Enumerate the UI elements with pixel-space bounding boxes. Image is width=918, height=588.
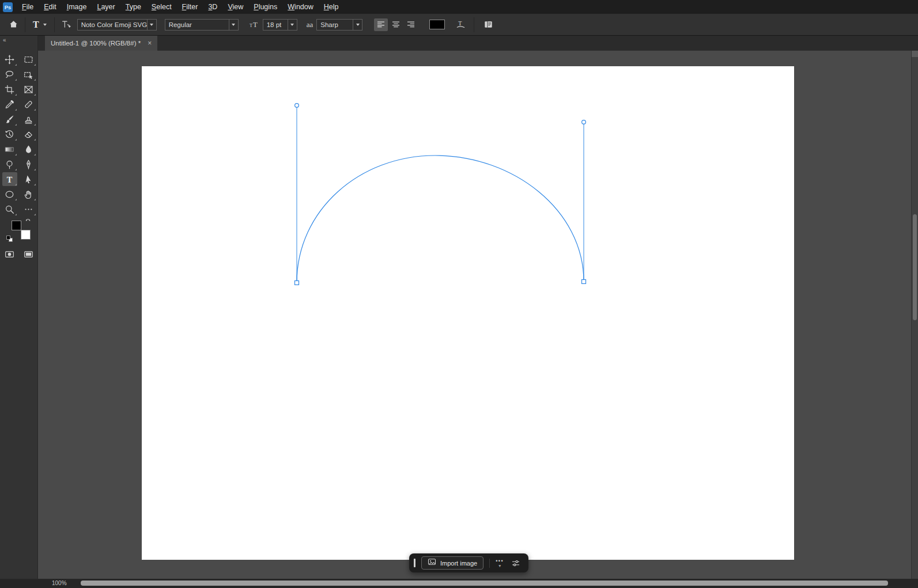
direction-handle-point[interactable] (295, 104, 299, 108)
tool-preset-picker[interactable]: T (29, 17, 50, 32)
hand-tool[interactable] (21, 187, 36, 201)
scrollbar-top-button[interactable] (912, 51, 918, 57)
svg-text:T: T (253, 21, 258, 29)
anti-alias-select[interactable]: Sharp (316, 19, 362, 31)
align-center-button[interactable] (389, 18, 403, 31)
font-style-value: Regular (165, 21, 229, 28)
screen-mode-button[interactable] (22, 248, 36, 260)
type-tool[interactable]: T (2, 172, 17, 186)
path-anchor-point[interactable] (295, 281, 299, 285)
blur-tool[interactable] (21, 142, 36, 156)
toggle-panels-button[interactable] (481, 18, 496, 32)
vertical-scrollbar[interactable] (911, 51, 918, 579)
svg-text:T: T (458, 20, 462, 26)
vertical-scrollbar-thumb[interactable] (913, 214, 917, 320)
crop-tool[interactable] (2, 82, 17, 96)
menu-3d[interactable]: 3D (203, 0, 222, 14)
menu-type[interactable]: Type (120, 0, 146, 14)
font-style-select[interactable]: Regular (165, 19, 239, 31)
tab-bar: Untitled-1 @ 100% (RGB/8#) * × (38, 36, 918, 51)
separator (54, 17, 55, 32)
status-bar: 100% (0, 579, 918, 588)
contextual-task-bar: Import image ••• ▾ (409, 553, 528, 572)
menu-file[interactable]: File (17, 0, 39, 14)
menu-image[interactable]: Image (62, 0, 92, 14)
path-selection-tool[interactable] (21, 172, 36, 186)
import-image-button[interactable]: Import image (421, 556, 483, 570)
dodge-tool[interactable] (2, 157, 17, 171)
menu-edit[interactable]: Edit (39, 0, 62, 14)
menu-select[interactable]: Select (146, 0, 177, 14)
chevron-down-icon (43, 24, 47, 26)
menu-layer[interactable]: Layer (92, 0, 120, 14)
align-right-button[interactable] (404, 18, 418, 31)
document-tab[interactable]: Untitled-1 @ 100% (RGB/8#) * × (45, 36, 157, 51)
eraser-tool[interactable] (21, 127, 36, 141)
lasso-tool[interactable] (2, 67, 17, 81)
horizontal-scrollbar-thumb[interactable] (81, 581, 888, 586)
menu-help[interactable]: Help (319, 0, 344, 14)
font-family-select[interactable]: Noto Color Emoji SVG (77, 19, 157, 31)
tab-close-icon[interactable]: × (148, 39, 152, 47)
chevron-down-icon (147, 20, 156, 30)
direction-handle-point[interactable] (582, 120, 586, 124)
clone-stamp-tool[interactable] (21, 112, 36, 126)
swap-colors-icon[interactable] (24, 217, 33, 227)
brush-tool[interactable] (2, 112, 17, 126)
font-size-select[interactable]: 18 pt (263, 19, 297, 31)
font-family-value: Noto Color Emoji SVG (78, 21, 147, 28)
zoom-tool[interactable] (2, 202, 17, 216)
menu-view[interactable]: View (222, 0, 248, 14)
rectangular-marquee-tool[interactable] (21, 52, 36, 66)
photoshop-window: Ps FileEditImageLayerTypeSelectFilter3DV… (0, 0, 918, 588)
collapse-panel-button[interactable]: « (3, 37, 6, 43)
separator (489, 559, 490, 568)
ellipse-tool[interactable] (2, 187, 17, 201)
menu-plugins[interactable]: Plugins (248, 0, 282, 14)
menu-items: FileEditImageLayerTypeSelectFilter3DView… (17, 0, 344, 14)
font-size-value: 18 pt (263, 21, 288, 28)
menu-bar: Ps FileEditImageLayerTypeSelectFilter3DV… (0, 0, 918, 14)
object-selection-tool[interactable] (21, 67, 36, 81)
drag-handle[interactable] (414, 559, 415, 567)
align-left-button[interactable] (374, 18, 388, 31)
zoom-level-field[interactable]: 100% (52, 580, 67, 586)
document-canvas[interactable] (142, 66, 794, 560)
adjust-settings-button[interactable] (509, 557, 522, 570)
gradient-tool[interactable] (2, 142, 17, 156)
canvas-area (38, 51, 911, 579)
healing-brush-tool[interactable] (21, 97, 36, 111)
anti-alias-icon: aa (307, 20, 313, 29)
eyedropper-tool[interactable] (2, 97, 17, 111)
document-tab-title: Untitled-1 @ 100% (RGB/8#) * (51, 40, 141, 47)
separator (474, 17, 474, 32)
quick-mask-button[interactable] (3, 248, 17, 260)
svg-text:T: T (7, 174, 13, 184)
edit-toolbar-button[interactable] (21, 202, 36, 216)
warp-text-button[interactable]: T (453, 18, 468, 32)
history-brush-tool[interactable] (2, 127, 17, 141)
text-color-swatch[interactable] (429, 20, 445, 29)
pen-tool[interactable] (21, 157, 36, 171)
import-image-label: Import image (440, 560, 477, 567)
menu-filter[interactable]: Filter (177, 0, 203, 14)
photoshop-logo: Ps (3, 2, 13, 12)
type-tool-icon: T (33, 20, 39, 30)
background-color-swatch[interactable] (21, 230, 31, 240)
caret-down-icon[interactable]: ▾ (498, 564, 501, 568)
pen-path[interactable] (297, 155, 584, 283)
chevron-down-icon (229, 20, 238, 30)
toolbar-extras (0, 248, 38, 260)
foreground-color-swatch[interactable] (12, 221, 21, 230)
default-colors-icon[interactable] (6, 236, 13, 242)
move-tool[interactable] (2, 52, 17, 66)
path-anchor-point[interactable] (582, 280, 586, 284)
frame-tool[interactable] (21, 82, 36, 96)
chevron-down-icon (353, 20, 362, 30)
separator (25, 17, 25, 32)
text-align-group (374, 18, 418, 31)
menu-window[interactable]: Window (282, 0, 318, 14)
text-orientation-button[interactable] (59, 18, 74, 32)
pen-path-overlay (142, 66, 794, 560)
home-button[interactable] (6, 18, 21, 32)
